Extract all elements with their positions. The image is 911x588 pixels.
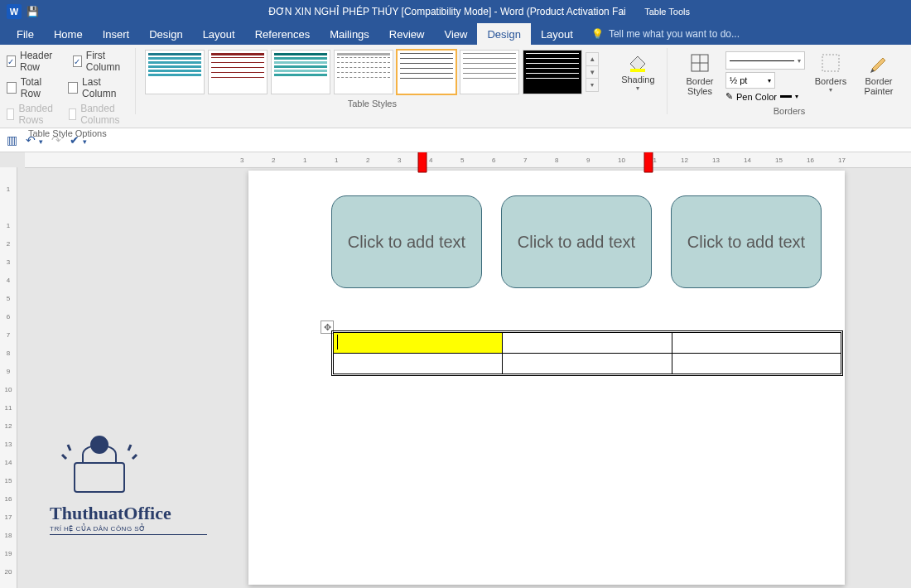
tab-references[interactable]: References: [245, 23, 320, 45]
tab-home[interactable]: Home: [44, 23, 93, 45]
table-style-thumb-5[interactable]: [397, 50, 456, 94]
watermark-brand: ThuthuatOffice: [50, 503, 207, 524]
opt-first-column[interactable]: ✓First Column: [73, 50, 128, 73]
table-cell[interactable]: [334, 354, 503, 374]
shape-placeholder-text: Click to add text: [687, 233, 805, 252]
table-cell[interactable]: [503, 333, 672, 354]
pen-color-swatch: [780, 95, 792, 98]
svg-point-8: [91, 436, 108, 453]
svg-rect-2: [630, 69, 645, 72]
tab-table-design[interactable]: Design: [477, 23, 530, 45]
gallery-scroll-up-button[interactable]: ▲: [586, 53, 598, 66]
border-line-style-select[interactable]: ▾: [725, 51, 805, 70]
table-style-thumb-2[interactable]: [208, 50, 268, 94]
save-icon[interactable]: 💾: [27, 6, 39, 17]
table-style-thumb-3[interactable]: [271, 50, 330, 94]
chevron-down-icon: ▾: [829, 86, 832, 94]
tab-file[interactable]: File: [7, 23, 44, 45]
opt-header-row[interactable]: ✓Header Row: [7, 50, 61, 73]
border-styles-label: Border Styles: [686, 76, 713, 96]
watermark-tagline: TRÍ HỆ CỦA DÂN CÔNG SỞ: [50, 525, 207, 535]
opt-banded-rows[interactable]: Banded Rows: [7, 103, 57, 126]
opt-total-row[interactable]: Total Row: [7, 76, 56, 99]
chevron-down-icon: ▾: [636, 84, 639, 92]
table-style-thumb-1[interactable]: [145, 50, 205, 94]
document-page[interactable]: Click to add text Click to add text Clic…: [248, 171, 845, 585]
chevron-down-icon: ▾: [768, 77, 771, 84]
table-style-thumb-4[interactable]: [334, 50, 393, 94]
tab-insert[interactable]: Insert: [93, 23, 140, 45]
document-table[interactable]: [333, 332, 841, 374]
borders-icon: [819, 51, 842, 75]
chevron-down-icon: ▾: [798, 57, 801, 65]
table-styles-scroll: ▲ ▼ ▾: [586, 52, 599, 92]
pen-icon: ✎: [725, 91, 733, 102]
table-cell[interactable]: [672, 333, 841, 354]
shape-placeholder-text: Click to add text: [348, 233, 465, 252]
border-styles-icon: [688, 51, 711, 75]
smartart-shape-1[interactable]: Click to add text: [331, 195, 482, 288]
pen-color-button[interactable]: ✎ Pen Color ▾: [725, 91, 805, 102]
tab-view[interactable]: View: [434, 23, 477, 45]
table-row: [334, 354, 841, 374]
borders-label: Borders: [815, 76, 847, 86]
document-title: ĐƠN XIN NGHỈ PHÉP THÚY [Compatibility Mo…: [268, 6, 643, 17]
ribbon: ✓Header Row ✓First Column Total Row Last…: [0, 45, 911, 128]
title-bar: W 💾 ĐƠN XIN NGHỈ PHÉP THÚY [Compatibilit…: [0, 0, 911, 23]
opt-banded-columns[interactable]: Banded Columns: [69, 103, 128, 126]
horizontal-ruler[interactable]: 3211234567891011121314151617: [25, 152, 911, 168]
tab-review[interactable]: Review: [379, 23, 435, 45]
tab-mailings[interactable]: Mailings: [320, 23, 379, 45]
table-styles-gallery: ▲ ▼ ▾: [142, 48, 602, 96]
lightbulb-icon: 💡: [591, 28, 604, 40]
chevron-down-icon: ▾: [795, 93, 798, 100]
vertical-ruler[interactable]: 11234567891011121314151617181920212223: [0, 167, 17, 588]
smartart-shape-2[interactable]: Click to add text: [501, 195, 652, 288]
shading-button[interactable]: Shading ▾: [615, 48, 660, 94]
svg-rect-6: [822, 55, 839, 71]
table-tools-label: Table Tools: [626, 0, 708, 23]
table-cell[interactable]: [672, 354, 841, 374]
text-cursor: [337, 335, 338, 349]
shape-placeholder-text: Click to add text: [518, 233, 635, 252]
ribbon-tabs: File Home Insert Design Layout Reference…: [0, 23, 911, 45]
quick-access-row: ▥ ↶ ▾ ↷ ✔ ▾: [0, 128, 911, 152]
word-app-icon: W: [7, 4, 22, 19]
border-weight-select[interactable]: ½ pt▾: [725, 72, 775, 89]
border-painter-icon: [867, 51, 890, 75]
opt-last-column[interactable]: Last Column: [68, 76, 128, 99]
group-label-table-style-options: Table Style Options: [7, 126, 128, 138]
border-painter-button[interactable]: Border Painter: [856, 50, 901, 98]
table-row: [334, 333, 841, 354]
tab-layout[interactable]: Layout: [193, 23, 245, 45]
tab-design[interactable]: Design: [139, 23, 192, 45]
table-cell[interactable]: [334, 333, 503, 354]
borders-button[interactable]: Borders ▾: [808, 50, 853, 95]
border-painter-label: Border Painter: [865, 76, 894, 96]
tab-table-layout[interactable]: Layout: [531, 23, 583, 45]
group-label-table-styles: Table Styles: [142, 96, 602, 108]
group-label-borders: Borders: [674, 104, 904, 116]
tell-me-placeholder: Tell me what you want to do...: [609, 28, 740, 40]
table-move-handle[interactable]: ✥: [321, 321, 334, 334]
smartart-shape-3[interactable]: Click to add text: [671, 195, 822, 288]
gallery-scroll-down-button[interactable]: ▼: [586, 66, 598, 80]
svg-rect-7: [75, 463, 124, 492]
table-style-thumb-7[interactable]: [523, 50, 582, 94]
shading-icon: [626, 50, 649, 73]
tell-me-search[interactable]: 💡Tell me what you want to do...: [591, 23, 740, 45]
table-cell[interactable]: [503, 354, 672, 374]
shading-label: Shading: [621, 75, 654, 84]
watermark-logo: ThuthuatOffice TRÍ HỆ CỦA DÂN CÔNG SỞ: [50, 417, 207, 535]
table-style-thumb-6[interactable]: [460, 50, 519, 94]
gallery-more-button[interactable]: ▾: [586, 79, 598, 91]
border-weight-value: ½ pt: [730, 75, 747, 85]
border-styles-button[interactable]: Border Styles: [677, 50, 722, 98]
pen-color-label: Pen Color: [736, 92, 777, 102]
document-workspace: 3211234567891011121314151617 11234567891…: [0, 152, 911, 588]
